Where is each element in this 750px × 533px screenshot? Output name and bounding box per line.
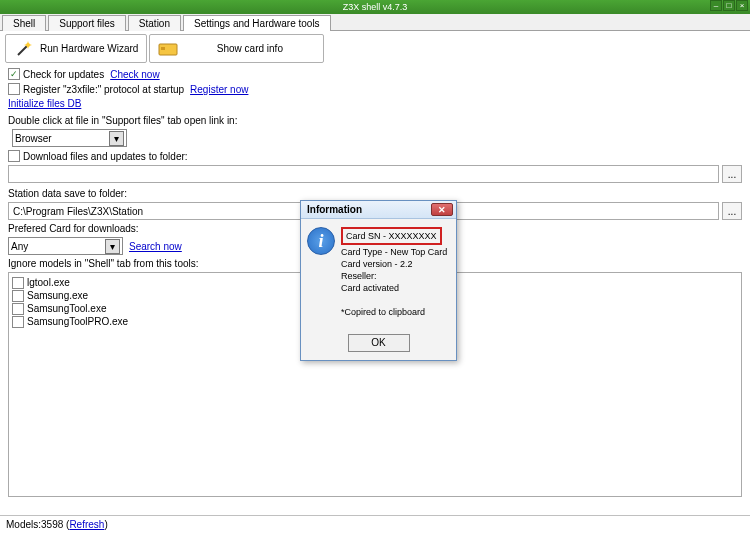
toolbar: Run Hardware Wizard Show card info: [0, 31, 750, 66]
register-now-link[interactable]: Register now: [190, 84, 248, 95]
ignore-models-label: Ignore models in "Shell" tab from this t…: [8, 258, 199, 269]
tab-support-files[interactable]: Support files: [48, 15, 126, 31]
tab-settings[interactable]: Settings and Hardware tools: [183, 15, 331, 31]
download-folder-browse-button[interactable]: ...: [722, 165, 742, 183]
check-now-link[interactable]: Check now: [110, 69, 159, 80]
close-button[interactable]: ×: [736, 0, 748, 11]
maximize-button[interactable]: □: [723, 0, 735, 11]
card-type-line: Card Type - New Top Card: [341, 247, 447, 257]
minimize-button[interactable]: –: [710, 0, 722, 11]
open-link-value: Browser: [15, 133, 52, 144]
wizard-button-label: Run Hardware Wizard: [40, 43, 138, 54]
dialog-text: Card SN - XXXXXXXX Card Type - New Top C…: [341, 227, 447, 318]
check-updates-label: Check for updates: [23, 69, 104, 80]
register-protocol-checkbox[interactable]: [8, 83, 20, 95]
svg-rect-3: [161, 47, 165, 50]
open-link-select[interactable]: Browser ▾: [12, 129, 127, 147]
ignore-checkbox[interactable]: [12, 277, 24, 289]
copied-line: *Copired to clipboard: [341, 307, 425, 317]
refresh-link[interactable]: Refresh: [69, 519, 104, 530]
svg-line-0: [18, 46, 27, 55]
ignore-checkbox[interactable]: [12, 290, 24, 302]
models-label: Models:: [6, 519, 41, 530]
check-updates-checkbox[interactable]: ✓: [8, 68, 20, 80]
card-icon: [158, 39, 178, 59]
tab-station[interactable]: Station: [128, 15, 181, 31]
tab-shell[interactable]: Shell: [2, 15, 46, 31]
information-dialog: Information ✕ i Card SN - XXXXXXXX Card …: [300, 200, 457, 361]
ok-button[interactable]: OK: [348, 334, 410, 352]
dialog-close-button[interactable]: ✕: [431, 203, 453, 216]
info-icon: i: [307, 227, 335, 255]
register-protocol-label: Register "z3xfile:" protocol at startup: [23, 84, 184, 95]
preferred-card-label: Prefered Card for downloads:: [8, 223, 139, 234]
titlebar: Z3X shell v4.7.3 – □ ×: [0, 0, 750, 14]
chevron-down-icon: ▾: [105, 239, 120, 254]
chevron-down-icon: ▾: [109, 131, 124, 146]
download-folder-checkbox[interactable]: [8, 150, 20, 162]
download-folder-input[interactable]: [8, 165, 719, 183]
preferred-card-value: Any: [11, 241, 28, 252]
dialog-titlebar: Information ✕: [301, 201, 456, 219]
dialog-title: Information: [307, 204, 362, 215]
preferred-card-select[interactable]: Any ▾: [8, 237, 123, 255]
station-path-label: Station data save to folder:: [8, 188, 127, 199]
card-sn-line: Card SN - XXXXXXXX: [341, 227, 442, 245]
status-bar: Models: 3598 (Refresh): [0, 515, 750, 533]
card-version-line: Card version - 2.2: [341, 259, 413, 269]
station-path-browse-button[interactable]: ...: [722, 202, 742, 220]
tab-bar: Shell Support files Station Settings and…: [0, 14, 750, 31]
reseller-line: Reseller:: [341, 271, 377, 281]
ignore-checkbox[interactable]: [12, 316, 24, 328]
show-card-info-button[interactable]: Show card info: [149, 34, 324, 63]
download-folder-label: Download files and updates to folder:: [23, 151, 188, 162]
open-link-label: Double click at file in "Support files" …: [8, 115, 237, 126]
initialize-db-link[interactable]: Initialize files DB: [8, 98, 81, 109]
ignore-checkbox[interactable]: [12, 303, 24, 315]
search-now-link[interactable]: Search now: [129, 241, 182, 252]
activated-line: Card activated: [341, 283, 399, 293]
run-hardware-wizard-button[interactable]: Run Hardware Wizard: [5, 34, 147, 63]
wand-icon: [14, 39, 34, 59]
models-count: 3598: [41, 519, 63, 530]
cardinfo-button-label: Show card info: [217, 43, 283, 54]
window-title: Z3X shell v4.7.3: [343, 2, 408, 12]
